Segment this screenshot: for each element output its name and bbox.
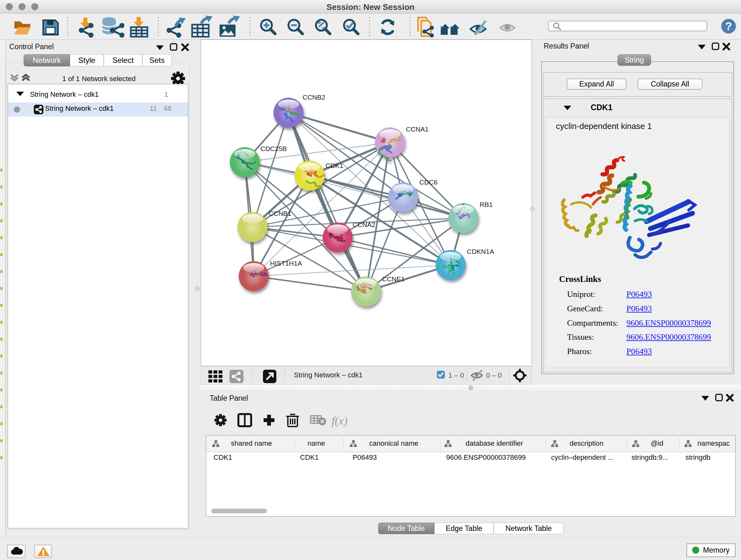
svg-text:CCNA2: CCNA2	[353, 221, 375, 228]
svg-text:CCNA1: CCNA1	[406, 125, 428, 133]
svg-text:CCNE1: CCNE1	[382, 275, 405, 283]
svg-text:CCNB2: CCNB2	[302, 94, 325, 101]
svg-text:CCNB1: CCNB1	[269, 210, 291, 217]
svg-text:CDC6: CDC6	[419, 179, 437, 186]
svg-text:CDC25B: CDC25B	[260, 145, 287, 152]
svg-text:f(x): f(x)	[332, 415, 347, 427]
svg-text:RB1: RB1	[480, 201, 493, 208]
svg-text:HIST1H1A: HIST1H1A	[270, 260, 302, 267]
svg-text:CDK1: CDK1	[326, 162, 343, 169]
svg-text:?: ?	[725, 20, 732, 32]
svg-text:CDKN1A: CDKN1A	[467, 248, 494, 255]
